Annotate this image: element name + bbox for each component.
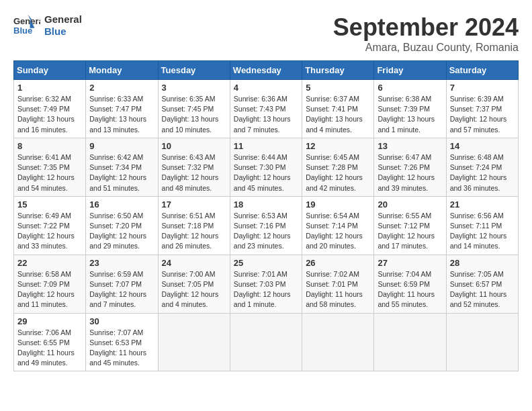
logo-icon: General Blue <box>13 13 40 38</box>
calendar-cell <box>302 313 374 371</box>
day-number: 29 <box>17 316 82 326</box>
day-number: 10 <box>162 141 226 151</box>
day-info: Sunrise: 6:56 AM Sunset: 7:11 PM Dayligh… <box>450 211 515 252</box>
weekday-header-tuesday: Tuesday <box>158 61 230 80</box>
day-number: 26 <box>306 258 370 268</box>
calendar-cell: 19Sunrise: 6:54 AM Sunset: 7:14 PM Dayli… <box>302 196 374 255</box>
calendar-cell: 7Sunrise: 6:39 AM Sunset: 7:37 PM Daylig… <box>446 80 518 138</box>
calendar-cell <box>158 313 230 371</box>
calendar-cell: 12Sunrise: 6:45 AM Sunset: 7:28 PM Dayli… <box>302 138 374 196</box>
day-info: Sunrise: 6:41 AM Sunset: 7:35 PM Dayligh… <box>17 152 82 193</box>
logo-line2: Blue <box>44 26 82 38</box>
day-info: Sunrise: 6:54 AM Sunset: 7:14 PM Dayligh… <box>306 211 370 252</box>
day-info: Sunrise: 6:47 AM Sunset: 7:26 PM Dayligh… <box>378 152 442 193</box>
page-header: General Blue General Blue September 2024… <box>13 13 519 54</box>
day-number: 25 <box>234 258 298 268</box>
calendar-cell <box>374 313 446 371</box>
day-number: 2 <box>89 83 154 93</box>
calendar-cell: 25Sunrise: 7:01 AM Sunset: 7:03 PM Dayli… <box>230 255 302 313</box>
day-info: Sunrise: 6:36 AM Sunset: 7:43 PM Dayligh… <box>234 94 298 135</box>
logo-line1: General <box>44 13 82 26</box>
calendar-cell: 27Sunrise: 7:04 AM Sunset: 6:59 PM Dayli… <box>374 255 446 313</box>
day-number: 4 <box>234 83 298 93</box>
calendar-week-3: 15Sunrise: 6:49 AM Sunset: 7:22 PM Dayli… <box>14 196 519 255</box>
day-info: Sunrise: 6:37 AM Sunset: 7:41 PM Dayligh… <box>306 94 370 135</box>
day-info: Sunrise: 6:53 AM Sunset: 7:16 PM Dayligh… <box>234 211 298 252</box>
calendar-cell: 2Sunrise: 6:33 AM Sunset: 7:47 PM Daylig… <box>86 80 158 138</box>
day-info: Sunrise: 6:43 AM Sunset: 7:32 PM Dayligh… <box>162 152 226 193</box>
day-number: 3 <box>162 83 226 93</box>
day-info: Sunrise: 7:05 AM Sunset: 6:57 PM Dayligh… <box>450 269 515 310</box>
calendar-cell: 24Sunrise: 7:00 AM Sunset: 7:05 PM Dayli… <box>158 255 230 313</box>
calendar-title: September 2024 <box>333 13 519 42</box>
day-number: 23 <box>89 258 154 268</box>
day-info: Sunrise: 7:02 AM Sunset: 7:01 PM Dayligh… <box>306 269 370 310</box>
day-info: Sunrise: 6:59 AM Sunset: 7:07 PM Dayligh… <box>89 269 154 310</box>
day-number: 6 <box>378 83 442 93</box>
calendar-cell: 11Sunrise: 6:44 AM Sunset: 7:30 PM Dayli… <box>230 138 302 196</box>
day-number: 16 <box>89 199 154 210</box>
calendar-subtitle: Amara, Buzau County, Romania <box>333 42 519 54</box>
day-info: Sunrise: 7:06 AM Sunset: 6:55 PM Dayligh… <box>17 328 82 369</box>
calendar-cell: 13Sunrise: 6:47 AM Sunset: 7:26 PM Dayli… <box>374 138 446 196</box>
calendar-cell: 10Sunrise: 6:43 AM Sunset: 7:32 PM Dayli… <box>158 138 230 196</box>
calendar-week-2: 8Sunrise: 6:41 AM Sunset: 7:35 PM Daylig… <box>14 138 519 196</box>
day-info: Sunrise: 7:01 AM Sunset: 7:03 PM Dayligh… <box>234 269 298 310</box>
calendar-cell <box>446 313 518 371</box>
day-number: 15 <box>17 199 82 210</box>
calendar-cell: 1Sunrise: 6:32 AM Sunset: 7:49 PM Daylig… <box>14 80 86 138</box>
calendar-cell: 4Sunrise: 6:36 AM Sunset: 7:43 PM Daylig… <box>230 80 302 138</box>
calendar-cell: 9Sunrise: 6:42 AM Sunset: 7:34 PM Daylig… <box>86 138 158 196</box>
calendar-week-5: 29Sunrise: 7:06 AM Sunset: 6:55 PM Dayli… <box>14 313 519 371</box>
weekday-header-row: SundayMondayTuesdayWednesdayThursdayFrid… <box>14 61 519 80</box>
calendar-header: SundayMondayTuesdayWednesdayThursdayFrid… <box>14 61 519 80</box>
weekday-header-wednesday: Wednesday <box>230 61 302 80</box>
calendar-cell <box>230 313 302 371</box>
calendar-cell: 15Sunrise: 6:49 AM Sunset: 7:22 PM Dayli… <box>14 196 86 255</box>
day-number: 9 <box>89 141 154 151</box>
day-number: 28 <box>450 258 515 268</box>
calendar-cell: 5Sunrise: 6:37 AM Sunset: 7:41 PM Daylig… <box>302 80 374 138</box>
weekday-header-sunday: Sunday <box>14 61 86 80</box>
calendar-cell: 22Sunrise: 6:58 AM Sunset: 7:09 PM Dayli… <box>14 255 86 313</box>
calendar-week-4: 22Sunrise: 6:58 AM Sunset: 7:09 PM Dayli… <box>14 255 519 313</box>
calendar-body: 1Sunrise: 6:32 AM Sunset: 7:49 PM Daylig… <box>14 80 519 371</box>
weekday-header-friday: Friday <box>374 61 446 80</box>
day-number: 27 <box>378 258 442 268</box>
calendar-cell: 17Sunrise: 6:51 AM Sunset: 7:18 PM Dayli… <box>158 196 230 255</box>
day-info: Sunrise: 6:33 AM Sunset: 7:47 PM Dayligh… <box>89 94 154 135</box>
calendar-cell: 21Sunrise: 6:56 AM Sunset: 7:11 PM Dayli… <box>446 196 518 255</box>
calendar-cell: 16Sunrise: 6:50 AM Sunset: 7:20 PM Dayli… <box>86 196 158 255</box>
day-info: Sunrise: 6:48 AM Sunset: 7:24 PM Dayligh… <box>450 152 515 193</box>
day-info: Sunrise: 6:55 AM Sunset: 7:12 PM Dayligh… <box>378 211 442 252</box>
day-number: 12 <box>306 141 370 151</box>
day-info: Sunrise: 6:49 AM Sunset: 7:22 PM Dayligh… <box>17 211 82 252</box>
calendar-cell: 23Sunrise: 6:59 AM Sunset: 7:07 PM Dayli… <box>86 255 158 313</box>
day-number: 7 <box>450 83 515 93</box>
day-number: 11 <box>234 141 298 151</box>
day-info: Sunrise: 6:35 AM Sunset: 7:45 PM Dayligh… <box>162 94 226 135</box>
calendar-cell: 14Sunrise: 6:48 AM Sunset: 7:24 PM Dayli… <box>446 138 518 196</box>
day-info: Sunrise: 6:39 AM Sunset: 7:37 PM Dayligh… <box>450 94 515 135</box>
day-info: Sunrise: 7:04 AM Sunset: 6:59 PM Dayligh… <box>378 269 442 310</box>
day-info: Sunrise: 7:07 AM Sunset: 6:53 PM Dayligh… <box>89 328 154 369</box>
day-number: 8 <box>17 141 82 151</box>
calendar-cell: 28Sunrise: 7:05 AM Sunset: 6:57 PM Dayli… <box>446 255 518 313</box>
day-info: Sunrise: 6:42 AM Sunset: 7:34 PM Dayligh… <box>89 152 154 193</box>
calendar-cell: 3Sunrise: 6:35 AM Sunset: 7:45 PM Daylig… <box>158 80 230 138</box>
weekday-header-saturday: Saturday <box>446 61 518 80</box>
calendar-cell: 8Sunrise: 6:41 AM Sunset: 7:35 PM Daylig… <box>14 138 86 196</box>
day-number: 22 <box>17 258 82 268</box>
calendar-cell: 6Sunrise: 6:38 AM Sunset: 7:39 PM Daylig… <box>374 80 446 138</box>
day-info: Sunrise: 6:38 AM Sunset: 7:39 PM Dayligh… <box>378 94 442 135</box>
calendar-cell: 30Sunrise: 7:07 AM Sunset: 6:53 PM Dayli… <box>86 313 158 371</box>
calendar-week-1: 1Sunrise: 6:32 AM Sunset: 7:49 PM Daylig… <box>14 80 519 138</box>
day-info: Sunrise: 6:45 AM Sunset: 7:28 PM Dayligh… <box>306 152 370 193</box>
calendar-cell: 18Sunrise: 6:53 AM Sunset: 7:16 PM Dayli… <box>230 196 302 255</box>
calendar-cell: 20Sunrise: 6:55 AM Sunset: 7:12 PM Dayli… <box>374 196 446 255</box>
day-number: 18 <box>234 199 298 210</box>
logo: General Blue General Blue <box>13 13 82 38</box>
calendar-cell: 26Sunrise: 7:02 AM Sunset: 7:01 PM Dayli… <box>302 255 374 313</box>
day-number: 17 <box>162 199 226 210</box>
day-number: 14 <box>450 141 515 151</box>
